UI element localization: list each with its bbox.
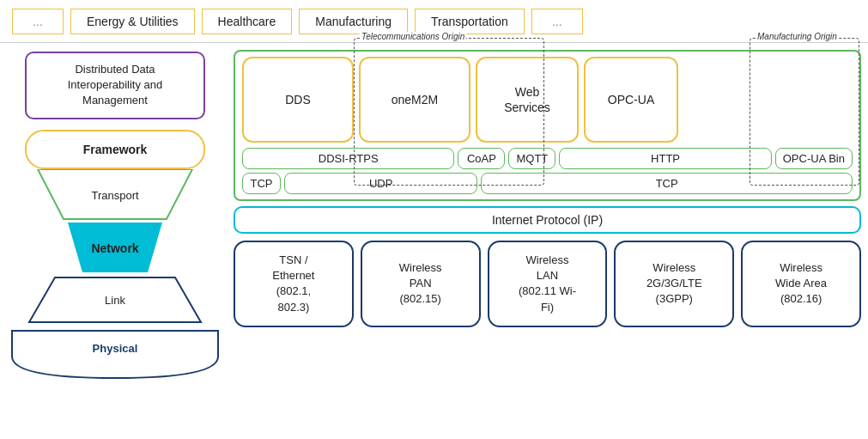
tab-dots-left[interactable]: ... (12, 9, 64, 34)
svg-text:Physical: Physical (93, 342, 138, 355)
link-box-tsn: TSN /Ethernet(802.1,802.3) (234, 241, 354, 327)
row-transport: TCP UDP TCP (242, 173, 853, 194)
tab-dots-right[interactable]: ... (531, 9, 583, 34)
link-box-wwa: WirelessWide Area(802.16) (741, 241, 861, 327)
main-area: Distributed Data Interoperability and Ma… (0, 43, 868, 439)
ddsi-box: DDSI-RTPS (242, 148, 454, 169)
right-panel: Telecommunications Origin Manufacturing … (230, 43, 868, 439)
row-protocols-top: DDS oneM2M WebServices OPC-UA (242, 57, 853, 143)
tab-manufacturing[interactable]: Manufacturing (299, 9, 408, 34)
svg-text:Network: Network (91, 241, 138, 255)
ddim-box: Distributed Data Interoperability and Ma… (25, 52, 205, 119)
left-panel: Distributed Data Interoperability and Ma… (0, 43, 230, 439)
framework-box: Framework (25, 130, 205, 169)
webservices-box: WebServices (476, 57, 579, 143)
udp-box: UDP (284, 173, 477, 194)
framework-label: Framework (83, 143, 148, 156)
http-box: HTTP (559, 148, 771, 169)
svg-text:Transport: Transport (91, 189, 139, 202)
coap-box: CoAP (458, 148, 505, 169)
mqtt-box: MQTT (508, 148, 555, 169)
physical-svg: Physical (8, 326, 222, 382)
tcp2-box: TCP (481, 173, 853, 194)
ip-box: Internet Protocol (IP) (234, 206, 861, 234)
tab-healthcare[interactable]: Healthcare (202, 9, 293, 34)
tcp1-box: TCP (242, 173, 281, 194)
row-protocols-mid: DDSI-RTPS CoAP MQTT HTTP OPC-UA Bin (242, 148, 853, 169)
link-box-w3g: Wireless2G/3G/LTE(3GPP) (614, 241, 734, 327)
onem2m-box: oneM2M (359, 57, 470, 143)
link-box-wpan: WirelessPAN(802.15) (361, 241, 481, 327)
opcuabin-box: OPC-UA Bin (775, 148, 853, 169)
dds-box: DDS (242, 57, 354, 143)
ddim-line1: Distributed Data (75, 63, 155, 76)
ddim-line2: Interoperability and Management (68, 78, 163, 107)
link-box-wlan: WirelessLAN(802.11 Wi-Fi) (488, 241, 608, 327)
link-boxes-row: TSN /Ethernet(802.1,802.3) WirelessPAN(8… (234, 241, 861, 327)
svg-text:Link: Link (105, 294, 125, 307)
top-tabs-row: ... Energy & Utilities Healthcare Manufa… (0, 0, 868, 43)
funnel-svg: Transport Network Link (21, 169, 209, 328)
tab-transportation[interactable]: Transportation (415, 9, 525, 34)
opcua-box: OPC-UA (584, 57, 678, 143)
protocol-area: Telecommunications Origin Manufacturing … (234, 50, 861, 201)
tab-energy[interactable]: Energy & Utilities (70, 9, 195, 34)
